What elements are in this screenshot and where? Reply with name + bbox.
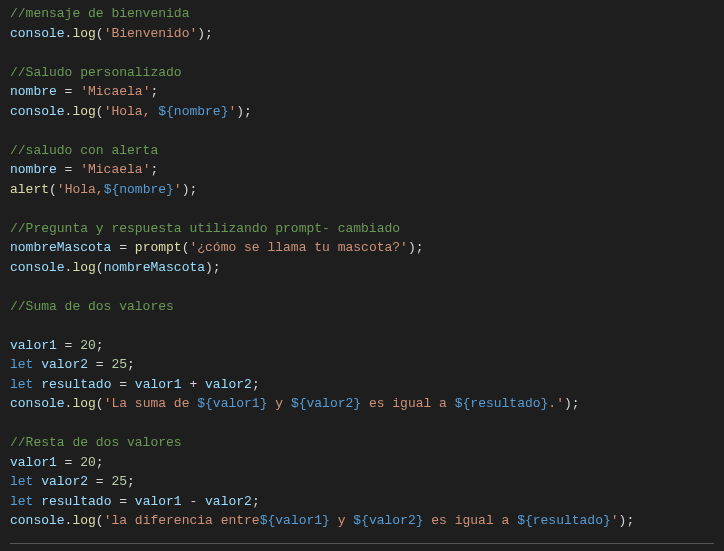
token: ;	[150, 84, 158, 99]
token: ${resultado}	[517, 513, 611, 528]
token: ;	[96, 338, 104, 353]
code-line: //Resta de dos valores	[10, 433, 714, 453]
token: console	[10, 260, 65, 275]
code-line: console.log(nombreMascota);	[10, 258, 714, 278]
token: resultado	[41, 377, 111, 392]
token: log	[72, 260, 95, 275]
token: valor2	[41, 357, 88, 372]
blank-line	[10, 277, 714, 297]
token: =	[57, 84, 80, 99]
token: ${valor1}	[197, 396, 267, 411]
token: y	[267, 396, 290, 411]
comment: //Suma de dos valores	[10, 299, 174, 314]
token: console	[10, 513, 65, 528]
blank-line	[10, 414, 714, 434]
code-line: //saludo con alerta	[10, 141, 714, 161]
comment: //saludo con alerta	[10, 143, 158, 158]
code-line: nombre = 'Micaela';	[10, 82, 714, 102]
code-line: valor1 = 20;	[10, 336, 714, 356]
token: log	[72, 396, 95, 411]
token: =	[57, 455, 80, 470]
token: nombre	[10, 84, 57, 99]
token: ;	[127, 474, 135, 489]
token: valor1	[135, 377, 182, 392]
token: );	[182, 182, 198, 197]
token: log	[72, 104, 95, 119]
token: ${nombre}	[158, 104, 228, 119]
token: '	[611, 513, 619, 528]
token: ${nombre}	[104, 182, 174, 197]
token: let	[10, 474, 33, 489]
code-line: //Pregunta y respuesta utilizando prompt…	[10, 219, 714, 239]
blank-line	[10, 43, 714, 63]
code-line: alert('Hola,${nombre}');	[10, 180, 714, 200]
token: let	[10, 377, 33, 392]
code-line: //mensaje de bienvenida	[10, 4, 714, 24]
token: prompt	[135, 240, 182, 255]
token: (	[96, 104, 104, 119]
token: let	[10, 494, 33, 509]
token: console	[10, 104, 65, 119]
token: ${valor1}	[260, 513, 330, 528]
code-line: console.log('Bienvenido');	[10, 24, 714, 44]
token: let	[10, 357, 33, 372]
token: valor2	[205, 377, 252, 392]
token: ;	[252, 494, 260, 509]
token: (	[49, 182, 57, 197]
token: (	[96, 513, 104, 528]
token: );	[205, 260, 221, 275]
token: 'la diferencia entre	[104, 513, 260, 528]
token: valor2	[41, 474, 88, 489]
token: 20	[80, 338, 96, 353]
blank-line	[10, 199, 714, 219]
blank-line	[10, 121, 714, 141]
token: nombreMascota	[10, 240, 111, 255]
token: );	[619, 513, 635, 528]
token: nombre	[10, 162, 57, 177]
token: (	[96, 26, 104, 41]
token: resultado	[41, 494, 111, 509]
cursor-line[interactable]	[10, 543, 714, 552]
comment: //mensaje de bienvenida	[10, 6, 189, 21]
token: =	[111, 494, 134, 509]
token: y	[330, 513, 353, 528]
comment: //Pregunta y respuesta utilizando prompt…	[10, 221, 400, 236]
code-line: let resultado = valor1 + valor2;	[10, 375, 714, 395]
code-line: nombre = 'Micaela';	[10, 160, 714, 180]
token: =	[88, 357, 111, 372]
token: 'Micaela'	[80, 84, 150, 99]
code-line: let resultado = valor1 - valor2;	[10, 492, 714, 512]
token: (	[96, 396, 104, 411]
token: 'Bienvenido'	[104, 26, 198, 41]
token: );	[236, 104, 252, 119]
token: ;	[150, 162, 158, 177]
token: valor2	[205, 494, 252, 509]
token: 25	[111, 357, 127, 372]
token: =	[88, 474, 111, 489]
token: 'Hola,	[104, 104, 159, 119]
token: 'Hola,	[57, 182, 104, 197]
token: log	[72, 513, 95, 528]
code-line: valor1 = 20;	[10, 453, 714, 473]
token: valor1	[10, 455, 57, 470]
token: '	[174, 182, 182, 197]
token: =	[111, 377, 134, 392]
token: console	[10, 396, 65, 411]
token: alert	[10, 182, 49, 197]
token: ;	[96, 455, 104, 470]
code-line: //Suma de dos valores	[10, 297, 714, 317]
token: ;	[127, 357, 135, 372]
token: '¿cómo se llama tu mascota?'	[189, 240, 407, 255]
token: valor1	[135, 494, 182, 509]
token: -	[182, 494, 205, 509]
token: ;	[252, 377, 260, 392]
token: ${valor2}	[291, 396, 361, 411]
token: 20	[80, 455, 96, 470]
code-line: console.log('La suma de ${valor1} y ${va…	[10, 394, 714, 414]
code-line: let valor2 = 25;	[10, 472, 714, 492]
token: +	[182, 377, 205, 392]
code-editor[interactable]: //mensaje de bienvenida console.log('Bie…	[10, 4, 714, 551]
token: =	[57, 338, 80, 353]
token: 25	[111, 474, 127, 489]
code-line: let valor2 = 25;	[10, 355, 714, 375]
